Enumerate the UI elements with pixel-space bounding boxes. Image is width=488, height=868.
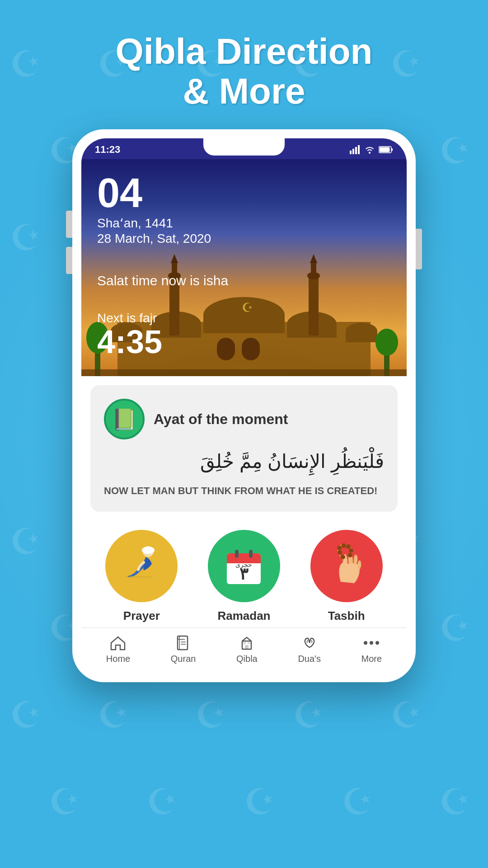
quran-book-icon: 📗	[112, 407, 137, 431]
nav-quran[interactable]: Quran	[171, 635, 196, 664]
feature-ramadan[interactable]: حجری ٣ Ramadan	[208, 530, 280, 623]
title-line1: Qibla Direction	[116, 31, 373, 71]
phone-side-button-right	[416, 229, 422, 269]
ayat-title: Ayat of the moment	[154, 411, 288, 428]
prayer-icon-circle	[105, 530, 178, 602]
svg-rect-6	[380, 147, 390, 152]
qibla-icon	[239, 635, 255, 651]
nav-duas-label: Dua's	[298, 654, 321, 664]
tasbih-beads-icon	[325, 543, 368, 589]
svg-point-51	[348, 553, 352, 557]
battery-icon	[379, 146, 393, 154]
status-bar: 11:23	[81, 138, 407, 159]
nav-qibla-label: Qibla	[236, 654, 258, 664]
nav-home-label: Home	[106, 654, 130, 664]
svg-rect-42	[249, 550, 253, 558]
nav-more[interactable]: More	[361, 635, 382, 664]
ayat-arabic-text: فَلْيَنظُرِ الإِنسَانُ مِمَّ خُلِقَ	[104, 446, 384, 476]
features-row: Prayer حجری	[81, 521, 407, 627]
svg-point-47	[337, 546, 342, 550]
ramadan-icon-circle: حجری ٣	[208, 530, 280, 602]
svg-rect-1	[352, 149, 354, 154]
feature-prayer[interactable]: Prayer	[105, 530, 178, 623]
svg-rect-55	[243, 642, 246, 644]
svg-point-50	[349, 548, 353, 553]
svg-point-46	[338, 550, 342, 555]
signal-icon	[350, 145, 361, 154]
phone-side-buttons-left	[66, 211, 72, 274]
phone-notch	[203, 138, 285, 156]
svg-point-34	[375, 329, 398, 356]
ayat-card: 📗 Ayat of the moment فَلْيَنظُرِ الإِنسَ…	[90, 385, 398, 512]
gregorian-date: 28 March, Sat, 2020	[97, 231, 228, 246]
bottom-navigation: Home Quran	[81, 627, 407, 673]
svg-rect-0	[350, 151, 352, 154]
more-dots-icon	[364, 635, 379, 651]
nav-quran-label: Quran	[171, 654, 196, 664]
title-line2: & More	[183, 71, 305, 111]
tasbih-label: Tasbih	[328, 609, 365, 623]
feature-tasbih[interactable]: Tasbih	[310, 530, 383, 623]
ramadan-label: Ramadan	[217, 609, 270, 623]
wifi-icon	[364, 145, 375, 154]
svg-point-4	[369, 152, 371, 154]
hijri-date: Shaʻan, 1441	[97, 216, 228, 231]
svg-point-48	[342, 543, 346, 548]
date-number: 04	[97, 173, 228, 213]
duas-hands-icon	[301, 635, 318, 651]
ayat-header: 📗 Ayat of the moment	[104, 399, 384, 439]
svg-text:٣: ٣	[239, 565, 249, 583]
svg-rect-2	[355, 147, 357, 154]
svg-rect-56	[248, 642, 250, 644]
svg-rect-24	[309, 277, 319, 335]
svg-rect-35	[81, 369, 407, 376]
svg-point-49	[346, 544, 351, 549]
ayat-icon-circle: 📗	[104, 399, 145, 439]
svg-marker-27	[310, 254, 317, 263]
hero-section: ☪ 04 Shaʻan, 1441 28 March, Sat, 2020 Sa…	[81, 159, 407, 376]
svg-rect-3	[358, 145, 360, 154]
tasbih-icon-circle	[310, 530, 383, 602]
nav-home[interactable]: Home	[106, 635, 130, 664]
svg-rect-30	[242, 338, 260, 360]
svg-rect-19	[346, 331, 377, 342]
nav-more-label: More	[361, 654, 382, 664]
salat-now: Salat time now is isha	[97, 273, 228, 288]
phone-screen: 11:23	[81, 138, 407, 673]
phone-mockup: 11:23	[72, 129, 416, 682]
svg-point-37	[142, 547, 155, 554]
svg-rect-26	[311, 263, 316, 277]
svg-text:☪: ☪	[242, 301, 253, 315]
app-title: Qibla Direction & More	[0, 32, 488, 111]
svg-rect-54	[245, 645, 249, 649]
ramadan-calendar-icon: حجری ٣	[222, 543, 265, 589]
quran-icon	[175, 635, 192, 651]
home-icon	[110, 635, 126, 651]
svg-rect-7	[391, 148, 393, 151]
ayat-translation: NOW LET MAN BUT THINK FROM WHAT HE IS CR…	[104, 483, 384, 498]
next-prayer-time: 4:35	[97, 326, 228, 358]
prayer-label: Prayer	[123, 609, 160, 623]
status-time: 11:23	[95, 144, 120, 156]
svg-rect-41	[235, 550, 239, 558]
svg-point-45	[341, 555, 345, 559]
nav-qibla[interactable]: Qibla	[236, 635, 258, 664]
hero-content: 04 Shaʻan, 1441 28 March, Sat, 2020 Sala…	[97, 173, 228, 358]
status-icons	[350, 145, 393, 154]
nav-duas[interactable]: Dua's	[298, 635, 321, 664]
prayer-figure-icon	[121, 543, 162, 589]
app-header: Qibla Direction & More	[0, 0, 488, 129]
